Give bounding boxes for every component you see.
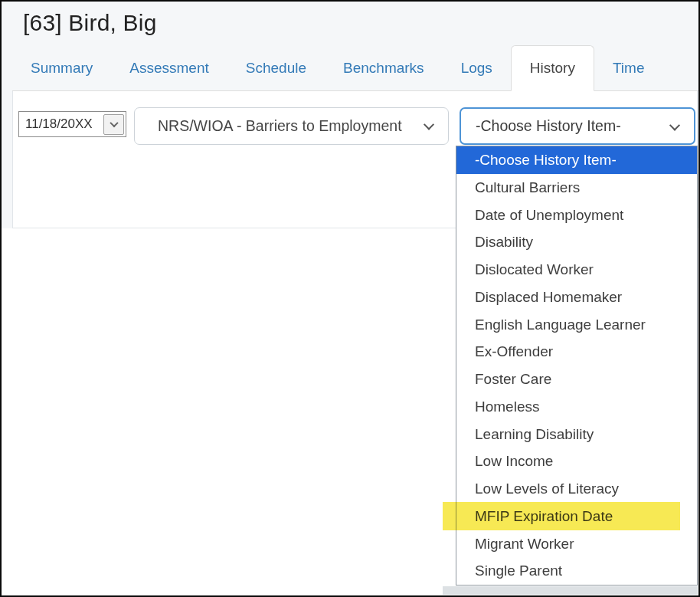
history-select[interactable]: -Choose History Item- <box>460 107 695 145</box>
history-option[interactable]: English Language Learner <box>456 311 697 339</box>
history-option[interactable]: Foster Care <box>456 366 697 393</box>
history-option[interactable]: Learning Disability <box>456 421 697 448</box>
category-select-value: NRS/WIOA - Barriers to Employment <box>158 117 402 134</box>
app-window: [63] Bird, Big Summary Assessment Schedu… <box>0 0 700 597</box>
history-option[interactable]: Single Parent <box>456 557 697 585</box>
history-option[interactable]: Low Income <box>456 448 697 475</box>
tab-summary[interactable]: Summary <box>12 45 111 90</box>
tab-schedule[interactable]: Schedule <box>227 45 325 90</box>
history-option[interactable]: Date of Unemployment <box>456 202 697 229</box>
category-select[interactable]: NRS/WIOA - Barriers to Employment <box>134 107 449 145</box>
history-option[interactable]: Dislocated Worker <box>456 256 697 284</box>
date-value: 11/18/20XX <box>19 116 103 132</box>
history-option[interactable]: Displaced Homemaker <box>456 284 697 311</box>
date-input[interactable]: 11/18/20XX <box>18 111 126 137</box>
history-option[interactable]: -Choose History Item- <box>456 146 697 174</box>
history-option[interactable]: Ex-Offender <box>456 338 697 366</box>
tab-time[interactable]: Time <box>594 45 663 90</box>
date-dropdown-button[interactable] <box>103 114 124 135</box>
tab-history[interactable]: History <box>511 45 594 91</box>
tab-bar: Summary Assessment Schedule Benchmarks L… <box>12 45 698 91</box>
page-title: [63] Bird, Big <box>23 10 157 36</box>
chevron-down-icon <box>110 119 118 127</box>
dropdown-shadow <box>443 586 698 595</box>
history-select-value: -Choose History Item- <box>476 117 621 134</box>
history-option[interactable]: Homeless <box>456 393 697 421</box>
history-option[interactable]: MFIP Expiration Date <box>456 503 697 530</box>
tab-benchmarks[interactable]: Benchmarks <box>325 45 443 90</box>
history-option[interactable]: Low Levels of Literacy <box>456 475 697 503</box>
history-option[interactable]: Migrant Worker <box>456 530 697 558</box>
chevron-down-icon <box>669 120 680 131</box>
history-option[interactable]: Disability <box>456 228 697 256</box>
chevron-down-icon <box>424 120 434 130</box>
history-dropdown-list: -Choose History Item-Cultural BarriersDa… <box>456 146 698 586</box>
tab-assessment[interactable]: Assessment <box>111 45 227 90</box>
history-option[interactable]: Cultural Barriers <box>456 174 697 202</box>
tab-logs[interactable]: Logs <box>443 45 511 90</box>
